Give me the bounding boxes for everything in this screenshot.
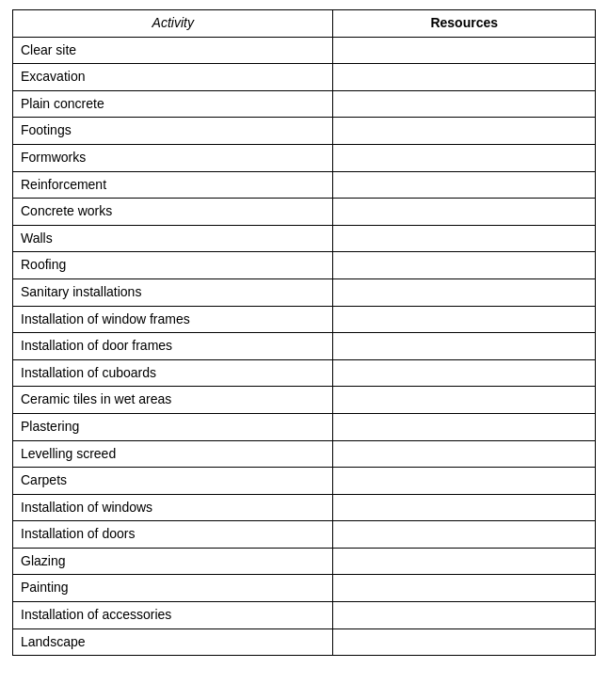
resources-cell: [333, 118, 596, 145]
resources-cell: [333, 252, 596, 279]
activity-cell: Installation of windows: [13, 494, 333, 521]
resources-cell: [333, 199, 596, 226]
table-row: Footings: [13, 118, 596, 145]
activity-cell: Levelling screed: [13, 440, 333, 468]
table-row: Installation of door frames: [13, 333, 596, 360]
table-row: Landscape: [13, 628, 596, 656]
resources-cell: [333, 521, 596, 549]
table-row: Reinforcement: [13, 171, 596, 199]
resources-cell: [333, 144, 596, 171]
activity-cell: Glazing: [13, 548, 333, 575]
activity-cell: Installation of window frames: [13, 306, 333, 333]
table-row: Roofing: [13, 252, 596, 279]
resources-cell: [333, 171, 596, 199]
resources-cell: [333, 413, 596, 440]
activity-cell: Landscape: [13, 628, 333, 656]
resources-column-header: Resources: [333, 10, 596, 38]
main-container: Activity Resources Clear siteExcavationP…: [12, 9, 596, 656]
resources-cell: [333, 359, 596, 387]
activity-cell: Installation of cuboards: [13, 359, 333, 387]
table-row: Sanitary installations: [13, 278, 596, 306]
activity-cell: Roofing: [13, 252, 333, 279]
resources-cell: [333, 225, 596, 252]
table-row: Installation of windows: [13, 494, 596, 521]
activity-cell: Footings: [13, 118, 333, 145]
resources-cell: [333, 64, 596, 91]
activity-cell: Formworks: [13, 144, 333, 171]
activity-column-header: Activity: [13, 10, 333, 38]
activity-cell: Concrete works: [13, 199, 333, 226]
resources-cell: [333, 333, 596, 360]
resources-cell: [333, 602, 596, 629]
table-row: Installation of doors: [13, 521, 596, 549]
resources-cell: [333, 387, 596, 414]
resources-cell: [333, 90, 596, 118]
table-row: Excavation: [13, 64, 596, 91]
table-row: Carpets: [13, 468, 596, 495]
activity-cell: Carpets: [13, 468, 333, 495]
activity-cell: Painting: [13, 575, 333, 602]
resources-cell: [333, 575, 596, 602]
table-row: Concrete works: [13, 199, 596, 226]
activity-cell: Plain concrete: [13, 90, 333, 118]
table-row: Installation of cuboards: [13, 359, 596, 387]
resources-cell: [333, 440, 596, 468]
table-row: Ceramic tiles in wet areas: [13, 387, 596, 414]
activity-cell: Ceramic tiles in wet areas: [13, 387, 333, 414]
activity-cell: Reinforcement: [13, 171, 333, 199]
activity-cell: Excavation: [13, 64, 333, 91]
resources-cell: [333, 548, 596, 575]
activity-cell: Plastering: [13, 413, 333, 440]
table-row: Walls: [13, 225, 596, 252]
resources-cell: [333, 278, 596, 306]
resources-cell: [333, 306, 596, 333]
table-row: Plain concrete: [13, 90, 596, 118]
activity-cell: Clear site: [13, 37, 333, 64]
table-row: Painting: [13, 575, 596, 602]
resources-cell: [333, 37, 596, 64]
activity-cell: Sanitary installations: [13, 278, 333, 306]
resources-cell: [333, 468, 596, 495]
table-row: Plastering: [13, 413, 596, 440]
table-row: Clear site: [13, 37, 596, 64]
table-row: Installation of window frames: [13, 306, 596, 333]
activity-cell: Installation of doors: [13, 521, 333, 549]
activity-cell: Installation of door frames: [13, 333, 333, 360]
resources-cell: [333, 628, 596, 656]
activity-cell: Installation of accessories: [13, 602, 333, 629]
table-row: Installation of accessories: [13, 602, 596, 629]
table-row: Glazing: [13, 548, 596, 575]
activity-resources-table: Activity Resources Clear siteExcavationP…: [12, 9, 596, 656]
resources-cell: [333, 494, 596, 521]
activity-cell: Walls: [13, 225, 333, 252]
table-row: Formworks: [13, 144, 596, 171]
table-row: Levelling screed: [13, 440, 596, 468]
